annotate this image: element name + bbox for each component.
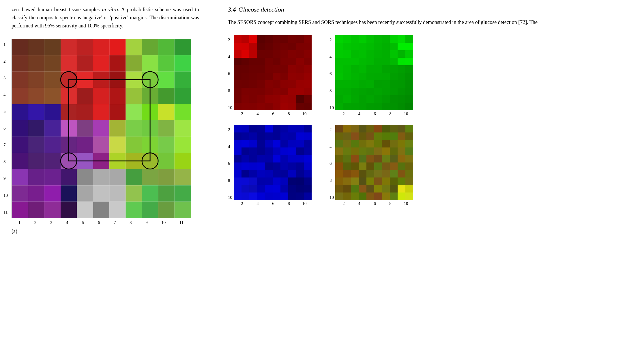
- main-y-axis: 1 2 3 4 5 6 7 8 9 10 11: [3, 42, 8, 215]
- left-text-paragraph: zen-thawed human breast tissue samples i…: [12, 6, 199, 30]
- green-y-axis: 2 4 6 8 10: [330, 35, 335, 110]
- figures-row-1: 2 4 6 8 10 2 4 6 8 10: [228, 35, 632, 116]
- section-title: Glucose detection: [239, 6, 284, 13]
- blue-x-axis: 2 4 6 8 10: [234, 201, 312, 206]
- yellow-figure: 2 4 6 8 10 2 4 6 8 10: [330, 125, 414, 206]
- yellow-color-grid: [335, 125, 413, 200]
- figures-row-2: 2 4 6 8 10 2 4 6 8 10: [228, 125, 632, 206]
- yellow-x-axis: 2 4 6 8 10: [336, 201, 414, 206]
- figure-label-a: (a): [12, 228, 199, 234]
- green-color-grid: [335, 35, 413, 110]
- main-color-grid: [12, 39, 191, 218]
- section-number: 3.4: [228, 6, 236, 13]
- red-x-axis: 2 4 6 8 10: [234, 111, 312, 116]
- red-y-axis: 2 4 6 8 10: [228, 35, 234, 110]
- or-text: or: [104, 15, 108, 20]
- blue-canvas-wrapper: 2 4 6 8 10: [228, 125, 312, 200]
- main-figure: 1 2 3 4 5 6 7 8 9 10 11 1 2 3 4 5 6 7: [12, 39, 199, 234]
- blue-color-grid: [234, 125, 312, 200]
- yellow-canvas-wrapper: 2 4 6 8 10: [330, 125, 414, 200]
- right-text-paragraph: The SESORS concept combining SERS and SO…: [228, 18, 632, 27]
- right-figures-container: 2 4 6 8 10 2 4 6 8 10: [228, 35, 632, 206]
- section-header: 3.4 Glucose detection: [228, 6, 632, 13]
- red-color-grid: [234, 35, 312, 110]
- green-canvas-wrapper: 2 4 6 8 10: [330, 35, 414, 110]
- main-x-axis: 1 2 3 4 5 6 7 8 9 10 11: [12, 220, 190, 225]
- blue-y-axis: 2 4 6 8 10: [228, 125, 234, 200]
- red-canvas-wrapper: 2 4 6 8 10: [228, 35, 312, 110]
- green-figure: 2 4 6 8 10 2 4 6 8 10: [330, 35, 414, 116]
- green-x-axis: 2 4 6 8 10: [336, 111, 414, 116]
- right-column: 3.4 Glucose detection The SESORS concept…: [211, 0, 644, 357]
- red-figure: 2 4 6 8 10 2 4 6 8 10: [228, 35, 312, 116]
- yellow-y-axis: 2 4 6 8 10: [330, 125, 335, 200]
- blue-figure: 2 4 6 8 10 2 4 6 8 10: [228, 125, 312, 206]
- left-column: zen-thawed human breast tissue samples i…: [0, 0, 211, 357]
- italic-text: in vitro: [102, 7, 118, 12]
